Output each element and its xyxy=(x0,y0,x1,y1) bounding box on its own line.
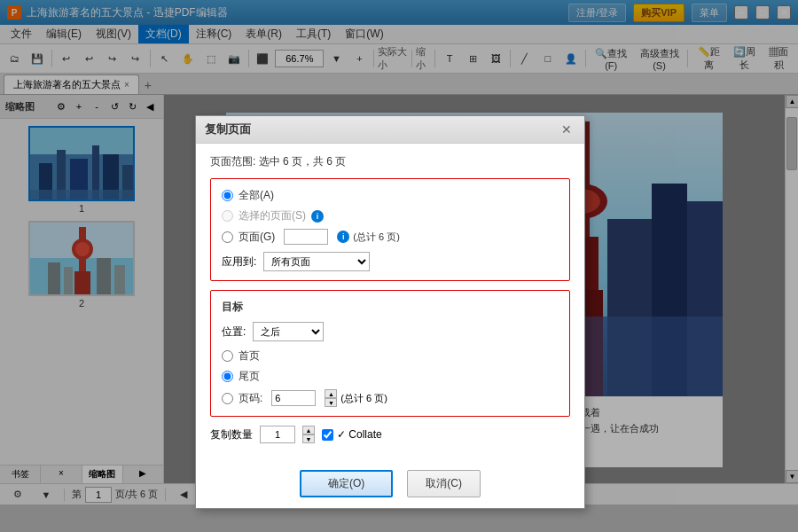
collate-checkbox-row: ✓ Collate xyxy=(322,428,382,441)
dialog-overlay: 复制页面 ✕ 页面范围: 选中 6 页，共 6 页 全部(A) xyxy=(0,0,798,532)
target-radio-page[interactable] xyxy=(222,393,233,404)
target-page-input[interactable] xyxy=(271,390,316,406)
dialog-title-bar: 复制页面 ✕ xyxy=(196,116,584,144)
copies-spinner: ▲ ▼ xyxy=(302,426,315,443)
copies-down-btn[interactable]: ▼ xyxy=(302,434,315,443)
dialog-footer: 确定(O) 取消(C) xyxy=(196,463,584,508)
page-info-icon: i xyxy=(337,231,349,243)
target-section: 目标 位置: 之后 首页 尾页 xyxy=(210,290,570,417)
radio-all-row: 全部(A) xyxy=(222,188,559,203)
selected-info-icon: i xyxy=(311,210,324,223)
dialog-close-btn[interactable]: ✕ xyxy=(558,122,575,137)
copies-input[interactable] xyxy=(260,426,295,443)
page-total-text: (总计 6 页) xyxy=(353,231,400,244)
page-range-info: 页面范围: 选中 6 页，共 6 页 xyxy=(210,154,570,169)
copies-up-btn[interactable]: ▲ xyxy=(302,426,315,434)
page-range-input[interactable] xyxy=(284,229,328,245)
ok-button[interactable]: 确定(O) xyxy=(300,470,393,497)
radio-selected[interactable] xyxy=(222,210,233,222)
target-radio-group: 首页 尾页 页码: ▲ ▼ xyxy=(222,348,559,407)
apply-select[interactable]: 所有页面 xyxy=(263,252,370,271)
radio-page-label[interactable]: 页面(G) xyxy=(239,230,275,245)
spinner-up-btn[interactable]: ▲ ▼ xyxy=(325,389,337,407)
target-title: 目标 xyxy=(222,300,559,315)
position-row: 位置: 之后 xyxy=(222,322,559,341)
target-radio-last-label[interactable]: 尾页 xyxy=(239,369,260,384)
copy-pages-dialog: 复制页面 ✕ 页面范围: 选中 6 页，共 6 页 全部(A) xyxy=(195,115,585,509)
radio-page-row: 页面(G) i (总计 6 页) xyxy=(222,229,559,245)
copies-label: 复制数量 xyxy=(210,427,253,442)
apply-label: 应用到: xyxy=(222,254,256,270)
page-total-info: i (总计 6 页) xyxy=(337,231,400,244)
dialog-body: 页面范围: 选中 6 页，共 6 页 全部(A) 选择的页面(S) i xyxy=(196,144,584,463)
target-radio-last[interactable] xyxy=(222,371,233,382)
radio-all[interactable] xyxy=(222,190,233,201)
radio-selected-label[interactable]: 选择的页面(S) xyxy=(239,208,306,223)
radio-selected-row: 选择的页面(S) i xyxy=(222,208,559,223)
collate-checkbox[interactable] xyxy=(322,429,333,441)
target-page-total: (总计 6 页) xyxy=(340,392,387,405)
target-radio-first[interactable] xyxy=(222,350,233,362)
collate-label[interactable]: ✓ Collate xyxy=(337,428,382,441)
page-range-radio-group: 全部(A) 选择的页面(S) i 页面(G) i xyxy=(222,188,559,245)
target-radio-first-row: 首页 xyxy=(222,348,559,364)
target-radio-page-row: 页码: ▲ ▼ (总计 6 页) xyxy=(222,389,559,407)
target-radio-page-label[interactable]: 页码: xyxy=(239,391,262,406)
page-range-section: 全部(A) 选择的页面(S) i 页面(G) i xyxy=(210,178,570,281)
position-select[interactable]: 之后 xyxy=(253,322,324,341)
target-radio-last-row: 尾页 xyxy=(222,369,559,384)
cancel-button[interactable]: 取消(C) xyxy=(407,470,481,497)
target-radio-first-label[interactable]: 首页 xyxy=(239,348,260,364)
dialog-title-text: 复制页面 xyxy=(205,121,251,137)
radio-page[interactable] xyxy=(222,231,233,243)
apply-row: 应用到: 所有页面 xyxy=(222,252,559,271)
radio-all-label[interactable]: 全部(A) xyxy=(239,188,274,203)
copies-row: 复制数量 ▲ ▼ ✓ Collate xyxy=(210,426,570,443)
position-label: 位置: xyxy=(222,325,246,340)
